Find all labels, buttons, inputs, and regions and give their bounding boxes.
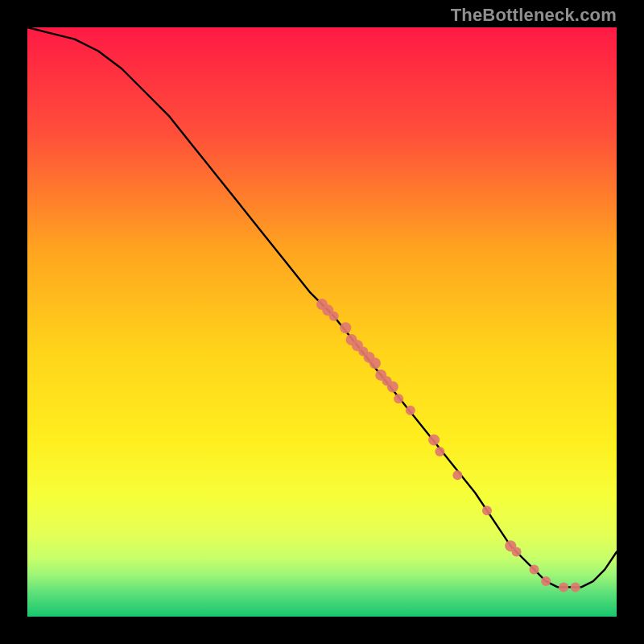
data-marker [406, 406, 415, 415]
chart-frame: TheBottleneck.com [0, 0, 644, 644]
gradient-background [27, 27, 617, 617]
data-marker [387, 382, 398, 393]
data-marker [369, 357, 381, 369]
data-marker [428, 434, 440, 445]
data-marker [394, 394, 403, 403]
data-marker [559, 582, 568, 592]
data-marker [530, 564, 539, 574]
data-marker [340, 322, 351, 333]
data-marker [512, 547, 522, 556]
watermark-label: TheBottleneck.com [451, 5, 617, 26]
data-marker [541, 576, 551, 586]
data-marker [329, 312, 339, 321]
data-marker [482, 506, 492, 515]
data-marker [452, 470, 462, 480]
data-marker [435, 447, 444, 456]
data-marker [571, 582, 580, 592]
chart-svg [27, 27, 617, 617]
